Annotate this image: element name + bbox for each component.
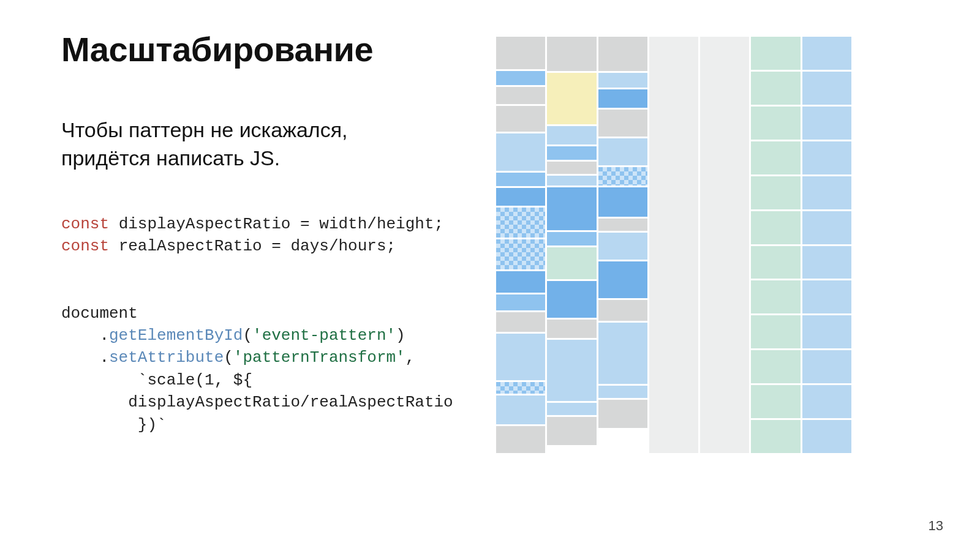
slide: Масштабирование Чтобы паттерн не искажал… bbox=[0, 0, 980, 551]
heatmap-cell bbox=[547, 126, 596, 144]
heatmap-cell bbox=[547, 247, 596, 279]
code-string: 'patternTransform' bbox=[233, 348, 405, 367]
heatmap-cell bbox=[751, 176, 800, 209]
slide-subtitle: Чтобы паттерн не искажался, придётся нап… bbox=[61, 116, 348, 173]
heatmap-cell bbox=[802, 246, 851, 279]
heatmap-cell bbox=[700, 37, 749, 453]
code-text: })` bbox=[138, 416, 167, 434]
heatmap-cell bbox=[802, 141, 851, 174]
heatmap-column bbox=[700, 37, 749, 453]
heatmap-cell bbox=[598, 73, 647, 88]
heatmap-cell bbox=[598, 323, 647, 384]
heatmap-column bbox=[802, 37, 851, 453]
heatmap-cell bbox=[751, 385, 800, 418]
heatmap-cell bbox=[802, 37, 851, 70]
heatmap-cell bbox=[751, 72, 800, 105]
heatmap-cell bbox=[598, 167, 647, 186]
code-block: const displayAspectRatio = width/height;… bbox=[61, 213, 453, 436]
code-method: getElementById bbox=[109, 326, 243, 345]
heatmap-cell bbox=[496, 87, 545, 104]
code-method: setAttribute bbox=[109, 348, 224, 367]
heatmap-column bbox=[649, 37, 698, 453]
heatmap-cell bbox=[598, 300, 647, 321]
heatmap-cell bbox=[598, 400, 647, 428]
heatmap-cell bbox=[496, 395, 545, 424]
code-text: = days/hours; bbox=[262, 237, 396, 255]
heatmap-cell bbox=[547, 73, 596, 124]
heatmap-cell bbox=[496, 37, 545, 69]
code-identifier: realAspectRatio bbox=[119, 237, 262, 255]
heatmap-cell bbox=[802, 107, 851, 140]
heatmap-cell bbox=[802, 315, 851, 348]
heatmap-column bbox=[751, 37, 800, 453]
heatmap-cell bbox=[547, 320, 596, 338]
page-number: 13 bbox=[929, 518, 943, 534]
heatmap-cell bbox=[496, 133, 545, 171]
heatmap-cell bbox=[547, 162, 596, 174]
heatmap-cell bbox=[751, 211, 800, 244]
heatmap-cell bbox=[547, 340, 596, 401]
heatmap-cell bbox=[751, 350, 800, 383]
heatmap-cell bbox=[751, 141, 800, 174]
heatmap-cell bbox=[547, 403, 596, 415]
heatmap-cell bbox=[496, 294, 545, 311]
heatmap-cell bbox=[598, 187, 647, 217]
slide-title: Масштабирование bbox=[61, 29, 373, 69]
code-identifier: document bbox=[61, 304, 138, 323]
code-string: 'event-pattern' bbox=[252, 326, 396, 345]
heatmap-cell bbox=[649, 37, 698, 453]
heatmap-cell bbox=[802, 176, 851, 209]
heatmap-cell bbox=[547, 281, 596, 318]
heatmap-grid bbox=[496, 37, 851, 453]
heatmap-cell bbox=[598, 37, 647, 71]
heatmap-cell bbox=[496, 271, 545, 292]
heatmap-cell bbox=[598, 138, 647, 165]
heatmap-cell bbox=[547, 176, 596, 186]
heatmap-cell bbox=[496, 173, 545, 187]
heatmap-cell bbox=[598, 233, 647, 260]
heatmap-cell bbox=[802, 280, 851, 313]
heatmap-column bbox=[496, 37, 545, 453]
heatmap-cell bbox=[547, 232, 596, 246]
heatmap-cell bbox=[751, 37, 800, 70]
code-identifier: displayAspectRatio bbox=[119, 215, 291, 233]
heatmap-cell bbox=[802, 211, 851, 244]
code-text: `scale(1, ${ bbox=[138, 371, 252, 389]
code-text: displayAspectRatio/realAspectRatio bbox=[128, 393, 453, 411]
heatmap-cell bbox=[496, 426, 545, 453]
heatmap-cell bbox=[751, 315, 800, 348]
heatmap-cell bbox=[751, 107, 800, 140]
heatmap-cell bbox=[547, 37, 596, 71]
heatmap-cell bbox=[802, 350, 851, 383]
heatmap-cell bbox=[598, 219, 647, 231]
code-keyword: const bbox=[61, 237, 109, 255]
heatmap-cell bbox=[598, 89, 647, 108]
heatmap-cell bbox=[496, 382, 545, 394]
heatmap-cell bbox=[802, 72, 851, 105]
heatmap-cell bbox=[751, 280, 800, 313]
heatmap-cell bbox=[598, 261, 647, 298]
heatmap-column bbox=[598, 37, 647, 453]
heatmap-cell bbox=[598, 386, 647, 398]
heatmap-cell bbox=[598, 110, 647, 137]
heatmap-cell bbox=[496, 106, 545, 132]
heatmap-cell bbox=[802, 385, 851, 418]
heatmap-cell bbox=[547, 417, 596, 445]
heatmap-cell bbox=[496, 312, 545, 332]
heatmap-cell bbox=[496, 188, 545, 205]
code-keyword: const bbox=[61, 215, 109, 233]
heatmap-cell bbox=[496, 334, 545, 380]
code-text: = width/height; bbox=[290, 215, 443, 233]
heatmap-cell bbox=[802, 420, 851, 453]
heatmap-cell bbox=[547, 187, 596, 230]
heatmap-cell bbox=[751, 246, 800, 279]
heatmap-cell bbox=[547, 146, 596, 160]
heatmap-cell bbox=[496, 208, 545, 238]
heatmap-column bbox=[547, 37, 596, 453]
heatmap-cell bbox=[496, 239, 545, 269]
heatmap-cell bbox=[496, 71, 545, 85]
heatmap-cell bbox=[751, 420, 800, 453]
